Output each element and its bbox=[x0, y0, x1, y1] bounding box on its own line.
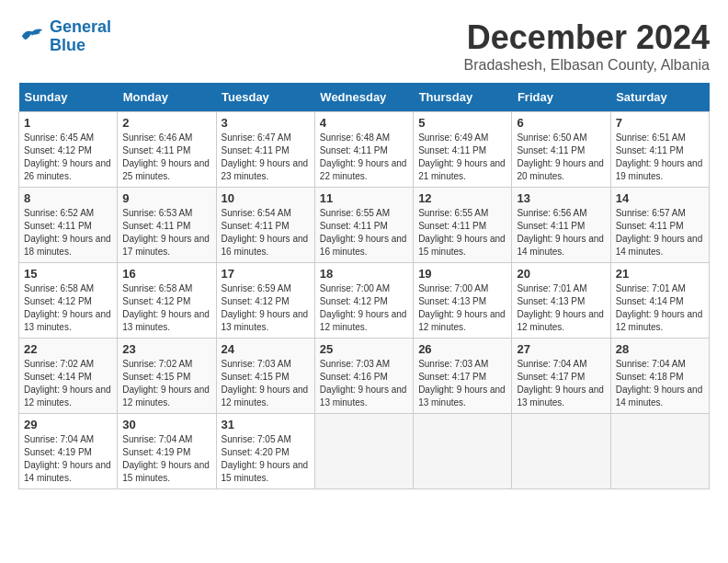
day-number: 6 bbox=[517, 116, 605, 130]
logo-icon bbox=[18, 25, 46, 48]
day-info: Sunrise: 6:58 AM Sunset: 4:12 PM Dayligh… bbox=[122, 282, 210, 334]
day-number: 10 bbox=[222, 191, 310, 205]
calendar-cell: 17 Sunrise: 6:59 AM Sunset: 4:12 PM Dayl… bbox=[216, 263, 314, 339]
day-number: 11 bbox=[320, 191, 408, 205]
calendar-cell: 10 Sunrise: 6:54 AM Sunset: 4:11 PM Dayl… bbox=[216, 188, 314, 263]
day-number: 12 bbox=[418, 191, 506, 205]
calendar-cell: 22 Sunrise: 7:02 AM Sunset: 4:14 PM Dayl… bbox=[19, 339, 118, 414]
calendar-week-4: 22 Sunrise: 7:02 AM Sunset: 4:14 PM Dayl… bbox=[19, 339, 710, 414]
day-number: 22 bbox=[24, 342, 112, 356]
calendar-cell: 5 Sunrise: 6:49 AM Sunset: 4:11 PM Dayli… bbox=[414, 112, 512, 188]
title-area: December 2024 Bradashesh, Elbasan County… bbox=[464, 18, 710, 74]
page-header: General Blue December 2024 Bradashesh, E… bbox=[18, 18, 710, 74]
calendar-cell: 21 Sunrise: 7:01 AM Sunset: 4:14 PM Dayl… bbox=[610, 263, 709, 339]
day-info: Sunrise: 6:58 AM Sunset: 4:12 PM Dayligh… bbox=[24, 282, 112, 334]
day-info: Sunrise: 7:05 AM Sunset: 4:20 PM Dayligh… bbox=[222, 433, 310, 485]
logo: General Blue bbox=[18, 18, 111, 55]
calendar-cell: 23 Sunrise: 7:02 AM Sunset: 4:15 PM Dayl… bbox=[118, 339, 216, 414]
calendar-cell: 20 Sunrise: 7:01 AM Sunset: 4:13 PM Dayl… bbox=[512, 263, 610, 339]
calendar-cell: 12 Sunrise: 6:55 AM Sunset: 4:11 PM Dayl… bbox=[414, 188, 512, 263]
day-info: Sunrise: 7:00 AM Sunset: 4:12 PM Dayligh… bbox=[320, 282, 408, 334]
day-number: 13 bbox=[517, 191, 605, 205]
calendar-cell: 9 Sunrise: 6:53 AM Sunset: 4:11 PM Dayli… bbox=[118, 188, 216, 263]
day-number: 4 bbox=[320, 116, 408, 130]
day-info: Sunrise: 7:01 AM Sunset: 4:14 PM Dayligh… bbox=[616, 282, 704, 334]
day-info: Sunrise: 7:01 AM Sunset: 4:13 PM Dayligh… bbox=[517, 282, 605, 334]
calendar-cell: 25 Sunrise: 7:03 AM Sunset: 4:16 PM Dayl… bbox=[314, 339, 413, 414]
day-number: 30 bbox=[122, 418, 210, 431]
calendar-cell bbox=[512, 414, 610, 489]
day-number: 9 bbox=[122, 191, 210, 205]
day-info: Sunrise: 7:04 AM Sunset: 4:17 PM Dayligh… bbox=[517, 358, 605, 409]
calendar-table: SundayMondayTuesdayWednesdayThursdayFrid… bbox=[18, 83, 710, 489]
day-info: Sunrise: 7:04 AM Sunset: 4:18 PM Dayligh… bbox=[616, 358, 704, 409]
weekday-header-wednesday: Wednesday bbox=[314, 83, 413, 112]
calendar-cell: 7 Sunrise: 6:51 AM Sunset: 4:11 PM Dayli… bbox=[610, 112, 709, 188]
day-info: Sunrise: 6:51 AM Sunset: 4:11 PM Dayligh… bbox=[616, 132, 704, 183]
day-info: Sunrise: 7:03 AM Sunset: 4:16 PM Dayligh… bbox=[320, 358, 408, 409]
weekday-header-thursday: Thursday bbox=[414, 83, 512, 112]
calendar-cell: 14 Sunrise: 6:57 AM Sunset: 4:11 PM Dayl… bbox=[610, 188, 709, 263]
day-number: 31 bbox=[222, 418, 310, 431]
day-number: 26 bbox=[418, 342, 506, 356]
calendar-cell: 18 Sunrise: 7:00 AM Sunset: 4:12 PM Dayl… bbox=[314, 263, 413, 339]
calendar-cell: 6 Sunrise: 6:50 AM Sunset: 4:11 PM Dayli… bbox=[512, 112, 610, 188]
calendar-header-row: SundayMondayTuesdayWednesdayThursdayFrid… bbox=[19, 83, 710, 112]
weekday-header-tuesday: Tuesday bbox=[216, 83, 314, 112]
day-info: Sunrise: 6:55 AM Sunset: 4:11 PM Dayligh… bbox=[320, 207, 408, 259]
day-info: Sunrise: 7:03 AM Sunset: 4:17 PM Dayligh… bbox=[418, 358, 506, 409]
month-title: December 2024 bbox=[464, 18, 710, 57]
day-info: Sunrise: 6:50 AM Sunset: 4:11 PM Dayligh… bbox=[517, 132, 605, 183]
day-info: Sunrise: 7:04 AM Sunset: 4:19 PM Dayligh… bbox=[24, 433, 112, 485]
weekday-header-saturday: Saturday bbox=[610, 83, 709, 112]
day-number: 20 bbox=[517, 267, 605, 281]
day-info: Sunrise: 6:56 AM Sunset: 4:11 PM Dayligh… bbox=[517, 207, 605, 259]
day-info: Sunrise: 7:00 AM Sunset: 4:13 PM Dayligh… bbox=[418, 282, 506, 334]
day-info: Sunrise: 7:04 AM Sunset: 4:19 PM Dayligh… bbox=[122, 433, 210, 485]
weekday-header-sunday: Sunday bbox=[19, 83, 118, 112]
day-info: Sunrise: 6:49 AM Sunset: 4:11 PM Dayligh… bbox=[418, 132, 506, 183]
day-info: Sunrise: 6:48 AM Sunset: 4:11 PM Dayligh… bbox=[320, 132, 408, 183]
day-info: Sunrise: 6:59 AM Sunset: 4:12 PM Dayligh… bbox=[222, 282, 310, 334]
calendar-cell bbox=[610, 414, 709, 489]
day-number: 28 bbox=[616, 342, 704, 356]
calendar-cell: 2 Sunrise: 6:46 AM Sunset: 4:11 PM Dayli… bbox=[118, 112, 216, 188]
calendar-cell: 1 Sunrise: 6:45 AM Sunset: 4:12 PM Dayli… bbox=[19, 112, 118, 188]
weekday-header-monday: Monday bbox=[118, 83, 216, 112]
calendar-cell: 3 Sunrise: 6:47 AM Sunset: 4:11 PM Dayli… bbox=[216, 112, 314, 188]
calendar-week-3: 15 Sunrise: 6:58 AM Sunset: 4:12 PM Dayl… bbox=[19, 263, 710, 339]
weekday-header-friday: Friday bbox=[512, 83, 610, 112]
day-number: 25 bbox=[320, 342, 408, 356]
day-number: 14 bbox=[616, 191, 704, 205]
calendar-cell: 4 Sunrise: 6:48 AM Sunset: 4:11 PM Dayli… bbox=[314, 112, 413, 188]
day-number: 8 bbox=[24, 191, 112, 205]
day-number: 16 bbox=[122, 267, 210, 281]
calendar-cell: 16 Sunrise: 6:58 AM Sunset: 4:12 PM Dayl… bbox=[118, 263, 216, 339]
day-info: Sunrise: 6:57 AM Sunset: 4:11 PM Dayligh… bbox=[616, 207, 704, 259]
calendar-cell: 24 Sunrise: 7:03 AM Sunset: 4:15 PM Dayl… bbox=[216, 339, 314, 414]
day-number: 7 bbox=[616, 116, 704, 130]
calendar-cell: 28 Sunrise: 7:04 AM Sunset: 4:18 PM Dayl… bbox=[610, 339, 709, 414]
day-info: Sunrise: 7:02 AM Sunset: 4:15 PM Dayligh… bbox=[122, 358, 210, 409]
day-number: 29 bbox=[24, 418, 112, 431]
calendar-week-5: 29 Sunrise: 7:04 AM Sunset: 4:19 PM Dayl… bbox=[19, 414, 710, 489]
calendar-cell: 13 Sunrise: 6:56 AM Sunset: 4:11 PM Dayl… bbox=[512, 188, 610, 263]
day-number: 2 bbox=[122, 116, 210, 130]
calendar-cell: 31 Sunrise: 7:05 AM Sunset: 4:20 PM Dayl… bbox=[216, 414, 314, 489]
day-info: Sunrise: 6:52 AM Sunset: 4:11 PM Dayligh… bbox=[24, 207, 112, 259]
day-info: Sunrise: 6:53 AM Sunset: 4:11 PM Dayligh… bbox=[122, 207, 210, 259]
calendar-week-1: 1 Sunrise: 6:45 AM Sunset: 4:12 PM Dayli… bbox=[19, 112, 710, 188]
calendar-cell bbox=[314, 414, 413, 489]
day-info: Sunrise: 6:45 AM Sunset: 4:12 PM Dayligh… bbox=[24, 132, 112, 183]
calendar-cell: 8 Sunrise: 6:52 AM Sunset: 4:11 PM Dayli… bbox=[19, 188, 118, 263]
day-info: Sunrise: 6:54 AM Sunset: 4:11 PM Dayligh… bbox=[222, 207, 310, 259]
day-number: 27 bbox=[517, 342, 605, 356]
day-number: 15 bbox=[24, 267, 112, 281]
calendar-cell: 30 Sunrise: 7:04 AM Sunset: 4:19 PM Dayl… bbox=[118, 414, 216, 489]
day-number: 23 bbox=[122, 342, 210, 356]
calendar-cell: 11 Sunrise: 6:55 AM Sunset: 4:11 PM Dayl… bbox=[314, 188, 413, 263]
calendar-cell: 15 Sunrise: 6:58 AM Sunset: 4:12 PM Dayl… bbox=[19, 263, 118, 339]
day-info: Sunrise: 7:03 AM Sunset: 4:15 PM Dayligh… bbox=[222, 358, 310, 409]
day-number: 24 bbox=[222, 342, 310, 356]
location-subtitle: Bradashesh, Elbasan County, Albania bbox=[464, 57, 710, 74]
